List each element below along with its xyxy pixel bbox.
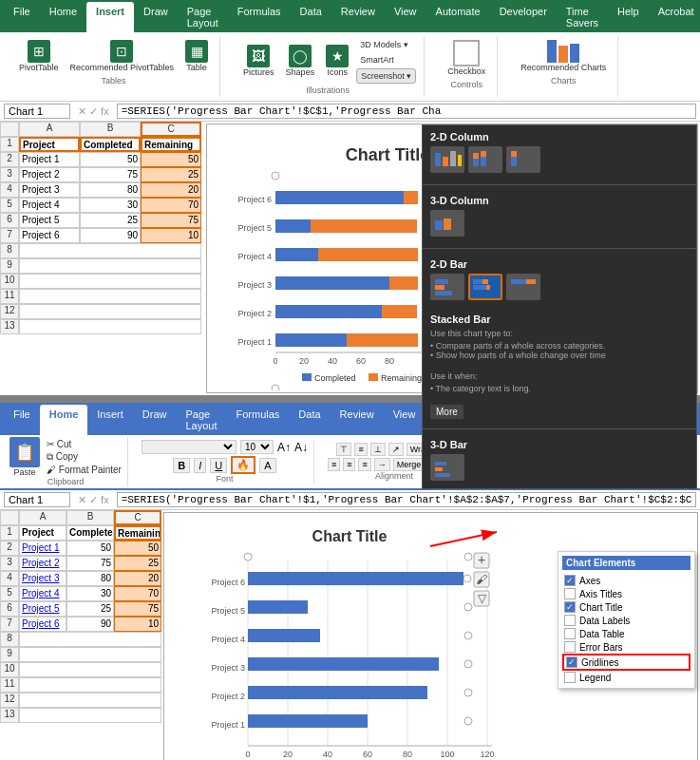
- bottom-a4[interactable]: Project 3: [19, 571, 66, 586]
- smartart-button[interactable]: SmartArt: [356, 53, 416, 66]
- stacked-bar-icon[interactable]: [468, 274, 502, 300]
- font-size-select[interactable]: 10: [240, 440, 274, 454]
- bottom-c1[interactable]: Remaining: [114, 525, 161, 541]
- tab-review[interactable]: Review: [331, 2, 385, 32]
- 3d-clustered-icon[interactable]: [430, 210, 464, 237]
- font-decrease-button[interactable]: A↓: [294, 441, 308, 454]
- align-right-button[interactable]: ≡: [358, 458, 370, 471]
- align-middle-button[interactable]: ≡: [354, 443, 367, 456]
- table-button[interactable]: ▦ Table: [181, 38, 212, 74]
- bold-button[interactable]: B: [173, 458, 190, 473]
- bottom-a2[interactable]: Project 1: [19, 541, 66, 556]
- font-family-select[interactable]: [142, 440, 236, 454]
- orientation-button[interactable]: ↗: [388, 443, 404, 456]
- checkbox-button[interactable]: ☑ Checkbox: [444, 38, 489, 78]
- cell-empty-8[interactable]: [19, 243, 201, 258]
- bottom-tab-page-layout[interactable]: Page Layout: [176, 405, 226, 435]
- tab-automate[interactable]: Automate: [426, 2, 490, 32]
- icons-button[interactable]: ★ Icons: [322, 43, 352, 79]
- tab-data[interactable]: Data: [291, 2, 331, 32]
- bottom-handle-p2[interactable]: [464, 689, 472, 696]
- bottom-empty-10[interactable]: [19, 662, 161, 677]
- bottom-b1[interactable]: Completed: [66, 525, 114, 541]
- bottom-a1[interactable]: Project: [19, 525, 66, 541]
- cell-c3-top[interactable]: 25: [141, 167, 201, 182]
- tab-insert[interactable]: Insert: [86, 2, 134, 32]
- bottom-a6[interactable]: Project 5: [19, 601, 66, 617]
- data-table-checkbox[interactable]: [564, 628, 576, 639]
- cell-a6-top[interactable]: Project 5: [19, 213, 80, 228]
- bottom-b3[interactable]: 75: [66, 556, 114, 571]
- cell-b6-top[interactable]: 25: [80, 213, 141, 228]
- chart-title-checkbox[interactable]: ✓: [564, 601, 576, 613]
- align-bottom-button[interactable]: ⊥: [370, 443, 386, 456]
- bottom-empty-13[interactable]: [19, 708, 161, 723]
- cell-c7-top[interactable]: 10: [141, 228, 201, 243]
- bottom-a5[interactable]: Project 4: [19, 586, 66, 601]
- axis-titles-checkbox[interactable]: [564, 588, 576, 599]
- cell-a5-top[interactable]: Project 4: [19, 198, 80, 213]
- bottom-handle-p5[interactable]: [464, 603, 472, 611]
- bottom-b7[interactable]: 90: [66, 617, 114, 632]
- formula-input-top[interactable]: [117, 104, 696, 119]
- gridlines-checkbox[interactable]: ✓: [566, 656, 577, 668]
- stacked-column-icon[interactable]: [468, 146, 502, 173]
- cell-a1-top[interactable]: Project: [19, 137, 80, 152]
- bottom-b6[interactable]: 25: [66, 601, 114, 617]
- cell-c6-top[interactable]: 75: [141, 213, 201, 228]
- cell-empty-12[interactable]: [19, 304, 201, 319]
- cell-b7-top[interactable]: 90: [80, 228, 141, 243]
- bottom-tab-review[interactable]: Review: [331, 405, 384, 435]
- bottom-tab-view[interactable]: View: [384, 405, 426, 435]
- bottom-handle-p4[interactable]: [464, 632, 472, 639]
- bottom-c4[interactable]: 20: [114, 571, 161, 586]
- handle-bl[interactable]: [272, 385, 279, 390]
- cell-c1-top[interactable]: Remaining: [141, 137, 201, 152]
- bottom-c3[interactable]: 25: [114, 556, 161, 571]
- cell-empty-13[interactable]: [19, 319, 201, 334]
- cell-c2-top[interactable]: 50: [141, 152, 201, 167]
- format-painter-button[interactable]: 🖌 Format Painter: [47, 465, 122, 475]
- tab-developer[interactable]: Developer: [490, 2, 557, 32]
- tab-acrobat[interactable]: Acrobat: [649, 2, 700, 32]
- cell-empty-9[interactable]: [19, 258, 201, 274]
- copy-button[interactable]: ⧉ Copy: [47, 451, 122, 463]
- bottom-tab-file[interactable]: File: [4, 405, 40, 435]
- bottom-handle-p3[interactable]: [464, 660, 472, 668]
- bottom-empty-9[interactable]: [19, 647, 161, 662]
- bottom-handle-tl[interactable]: [244, 553, 252, 560]
- cell-c4-top[interactable]: 20: [141, 182, 201, 198]
- underline-button[interactable]: U: [210, 458, 227, 473]
- formula-input-bottom[interactable]: [117, 492, 696, 507]
- cell-c5-top[interactable]: 70: [141, 198, 201, 213]
- bottom-handle-p6[interactable]: [464, 575, 471, 582]
- bottom-handle-tr[interactable]: [464, 553, 472, 560]
- bottom-c6[interactable]: 75: [114, 601, 161, 617]
- cell-a3-top[interactable]: Project 2: [19, 167, 80, 182]
- shapes-button[interactable]: ◯ Shapes: [282, 43, 319, 79]
- font-increase-button[interactable]: A↑: [277, 441, 291, 454]
- legend-checkbox[interactable]: [564, 672, 576, 683]
- cell-a4-top[interactable]: Project 3: [19, 182, 80, 198]
- bottom-a7[interactable]: Project 6: [19, 617, 66, 632]
- tab-home[interactable]: Home: [40, 2, 86, 32]
- cut-button[interactable]: ✂ Cut: [47, 439, 122, 449]
- cell-empty-10[interactable]: [19, 274, 201, 289]
- tab-view[interactable]: View: [385, 2, 426, 32]
- error-bars-checkbox[interactable]: [564, 641, 576, 653]
- handle-tl[interactable]: [272, 172, 279, 180]
- tab-help[interactable]: Help: [608, 2, 649, 32]
- cell-a2-top[interactable]: Project 1: [19, 152, 80, 167]
- cell-ref-input-bottom[interactable]: [4, 492, 70, 507]
- bottom-empty-8[interactable]: [19, 632, 161, 647]
- data-labels-checkbox[interactable]: [564, 615, 576, 626]
- screenshot-button[interactable]: Screenshot ▾: [356, 68, 416, 84]
- 100pct-bar-icon[interactable]: [506, 274, 540, 300]
- cell-b1-top[interactable]: Completed: [80, 137, 141, 152]
- cell-b2-top[interactable]: 50: [80, 152, 141, 167]
- bottom-tab-draw[interactable]: Draw: [133, 405, 177, 435]
- more-button[interactable]: More: [430, 405, 464, 419]
- tab-draw[interactable]: Draw: [134, 2, 178, 32]
- align-left-button[interactable]: ≡: [328, 458, 340, 471]
- italic-button[interactable]: I: [194, 458, 206, 473]
